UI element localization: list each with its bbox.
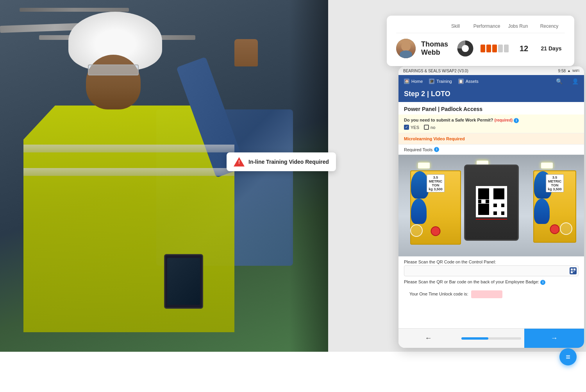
alert-icon <box>234 157 245 166</box>
section-title: Power Panel | Padlock Access <box>398 102 584 115</box>
status-left: BEARINGS & SEALS W/SAP2 (V3.0) <box>403 69 468 73</box>
no-checkbox[interactable] <box>424 125 429 130</box>
yes-label: YES <box>411 125 419 130</box>
perf-bar-1 <box>481 45 485 52</box>
vest-stripe-1 <box>23 145 234 152</box>
unlock-code-field <box>471 290 502 298</box>
question-text: Do you need to submit a Safe Work Permit… <box>404 118 579 123</box>
machinery-image: 3.5METRICTONkg 3,500 3.5METRICTONkg 3,50… <box>398 155 584 256</box>
badge-info-icon[interactable]: i <box>540 280 545 285</box>
floating-alert: In-line Training Video Required <box>227 152 336 171</box>
col-performance-label: Performance <box>471 23 502 29</box>
tools-label: Required Tools <box>404 147 432 152</box>
phone-device <box>464 165 519 241</box>
perf-bar-3 <box>492 45 497 52</box>
hotspot-right[interactable] <box>560 222 572 235</box>
mobile-nav: 🏠 Home 🎓 Training 📋 Assets 🔍 👤 <box>398 75 584 88</box>
required-badge: (required) <box>494 118 513 122</box>
mobile-bottom-nav: ← → <box>398 328 584 348</box>
svg-rect-2 <box>571 268 573 270</box>
perf-bar-5 <box>504 45 509 52</box>
app-name: BEARINGS & SEALS W/SAP2 (V3.0) <box>403 69 468 73</box>
scan-qr-label: Please Scan the QR Code on the Control P… <box>404 260 579 264</box>
ceiling-light-1 <box>418 163 430 168</box>
perf-bar-4 <box>498 45 503 52</box>
progress-track <box>461 337 521 340</box>
scan-qr-field: Please Scan the QR Code on the Control P… <box>404 260 579 276</box>
vest-stripe-2 <box>23 168 234 176</box>
mobile-app: BEARINGS & SEALS W/SAP2 (V3.0) 9:58 ▲ Wi… <box>398 66 584 348</box>
avatar-body <box>400 50 412 58</box>
home-label: Home <box>411 79 423 84</box>
signal-icon: ▲ <box>567 69 571 73</box>
hotspot-left[interactable] <box>410 224 423 237</box>
question-label: Do you need to submit a Safe Work Permit… <box>404 118 493 122</box>
worker-hand <box>234 39 258 66</box>
forward-arrow: → <box>551 334 558 342</box>
machine-label-left: 3.5METRICTONkg 3,500 <box>427 174 445 192</box>
tools-info-icon[interactable]: i <box>434 147 439 152</box>
svg-rect-3 <box>573 268 575 270</box>
wifi-icon: WiFi <box>572 69 579 73</box>
yes-checkbox[interactable]: ✓ <box>404 125 409 130</box>
training-label: Training <box>436 79 452 84</box>
fab-button[interactable]: ≡ <box>559 348 577 365</box>
machine-label-right: 3.5METRICTONkg 3,500 <box>546 174 564 192</box>
yes-option[interactable]: ✓ YES <box>404 125 419 130</box>
home-icon: 🏠 <box>404 79 409 84</box>
ceiling-light-3 <box>541 163 553 168</box>
back-button[interactable]: ← <box>398 329 458 348</box>
search-icon[interactable]: 🔍 <box>556 78 563 84</box>
step-header: Step 2 | LOTO <box>398 88 584 102</box>
svg-point-1 <box>462 45 469 52</box>
worker-glasses <box>88 64 139 75</box>
status-right: 9:58 ▲ WiFi <box>558 69 579 73</box>
assets-icon: 📋 <box>458 79 464 84</box>
tablet-screen <box>167 258 200 305</box>
emergency-btn-left <box>431 226 441 236</box>
mobile-content[interactable]: Power Panel | Padlock Access Do you need… <box>398 102 584 325</box>
tank-left-2 <box>411 199 427 224</box>
emergency-btn-right <box>550 224 560 234</box>
no-label: no <box>431 125 435 130</box>
avatar-inner <box>396 39 416 58</box>
nav-training[interactable]: 🎓 Training <box>429 79 452 84</box>
scan-badge-field: Please Scan the QR or Bar code on the ba… <box>404 279 579 285</box>
jobs-run-value: 12 <box>514 44 534 53</box>
no-option[interactable]: no <box>424 125 435 130</box>
scan-qr-input[interactable] <box>404 265 579 276</box>
svg-rect-4 <box>571 271 573 273</box>
avatar <box>396 39 416 58</box>
info-icon[interactable]: i <box>514 118 519 123</box>
forward-button[interactable]: → <box>524 329 584 348</box>
worker-card: Skill Performance Jobs Run Recency Thoma… <box>387 16 574 66</box>
worker-face <box>86 55 141 109</box>
worker-name: Thomas Webb <box>421 40 452 57</box>
status-bar: BEARINGS & SEALS W/SAP2 (V3.0) 9:58 ▲ Wi… <box>398 66 584 75</box>
alert-text: In-line Training Video Required <box>248 159 329 165</box>
scan-badge-text: Please Scan the QR or Bar code on the ba… <box>404 279 539 284</box>
checkbox-row: ✓ YES no <box>404 125 579 130</box>
progress-bar-area <box>458 329 524 348</box>
card-body: Thomas Webb 12 21 Days <box>396 39 565 58</box>
nav-assets[interactable]: 📋 Assets <box>458 79 479 84</box>
assets-label: Assets <box>466 79 479 84</box>
scan-fields: Please Scan the QR Code on the Control P… <box>398 256 584 304</box>
col-skill-label: Skill <box>440 23 471 29</box>
bottom-bar <box>0 352 586 392</box>
tools-row: Required Tools i <box>398 145 584 155</box>
user-icon[interactable]: 👤 <box>572 78 579 84</box>
step-title: Step 2 | LOTO <box>404 90 579 98</box>
right-shadow <box>289 0 328 352</box>
fab-icon: ≡ <box>566 353 570 362</box>
col-jobs-label: Jobs Run <box>502 23 534 29</box>
unlock-row: Your One Time Unlock code is: <box>404 288 579 301</box>
nav-home[interactable]: 🏠 Home <box>404 79 423 84</box>
worker-background <box>0 0 328 352</box>
pipe-3 <box>20 8 129 12</box>
svg-rect-5 <box>573 271 574 272</box>
scan-qr-icon <box>570 267 577 274</box>
perf-bar-2 <box>486 45 491 52</box>
scan-line <box>476 219 507 220</box>
tank-right-2 <box>534 199 550 224</box>
